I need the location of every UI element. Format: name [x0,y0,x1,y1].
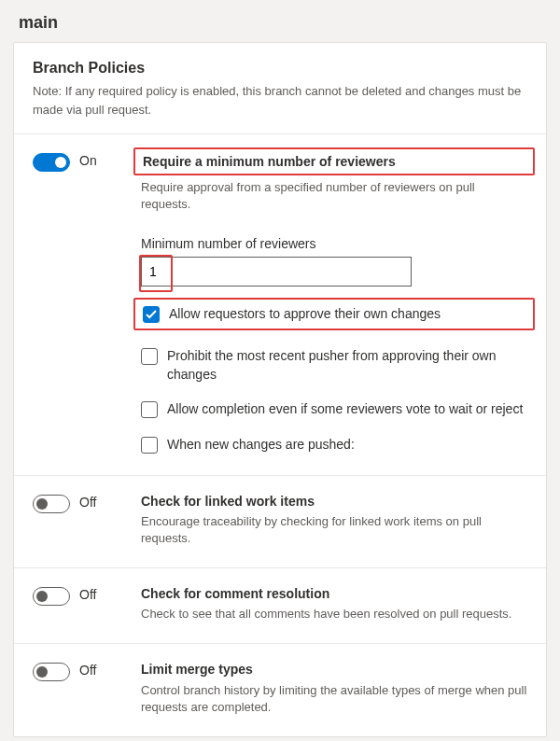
policy-desc: Require approval from a specified number… [141,179,527,213]
highlight-allow-self: Allow requestors to approve their own ch… [133,298,535,331]
toggle-label: Off [79,495,96,510]
policy-desc: Control branch history by limiting the a… [141,682,527,716]
checkbox-prohibit-pusher[interactable]: Prohibit the most recent pusher from app… [141,347,527,384]
policy-content: Check for linked work items Encourage tr… [141,493,527,548]
check-icon [143,306,160,323]
toggle-comment-resolution[interactable] [33,587,70,606]
page-title: main [19,13,547,33]
min-reviewers-input[interactable] [141,257,412,287]
policy-desc: Encourage traceability by checking for l… [141,513,527,547]
policy-comment-resolution: Off Check for comment resolution Check t… [14,568,546,644]
checkbox-new-changes[interactable]: When new changes are pushed: [141,436,527,454]
policy-title-linked-work-items: Check for linked work items [141,493,315,510]
branch-policies-card: Branch Policies Note: If any required po… [13,42,547,737]
toggle-col: On [33,151,126,454]
toggle-limit-merge[interactable] [33,663,70,681]
card-header: Branch Policies Note: If any required po… [14,43,546,134]
toggle-knob [55,157,66,168]
checkbox-label: Allow requestors to approve their own ch… [169,305,441,324]
policy-linked-work-items: Off Check for linked work items Encourag… [14,476,546,569]
policy-title-min-reviewers: Require a minimum number of reviewers [143,153,396,170]
checkbox-label: When new changes are pushed: [167,436,355,454]
policy-title-comment-resolution: Check for comment resolution [141,585,329,602]
section-title: Branch Policies [33,60,527,77]
toggle-label: Off [79,587,96,602]
section-note: Note: If any required policy is enabled,… [33,82,527,119]
policy-content: Limit merge types Control branch history… [141,661,527,716]
highlight-title: Require a minimum number of reviewers [133,147,535,175]
toggle-label: On [79,153,97,168]
policy-content: Check for comment resolution Check to se… [141,585,527,622]
toggle-knob [36,666,48,678]
toggle-knob [36,591,48,602]
checkbox-label: Allow completion even if some reviewers … [167,400,523,419]
toggle-linked-work-items[interactable] [33,495,70,513]
policy-limit-merge: Off Limit merge types Control branch his… [14,644,546,736]
toggle-knob [36,498,48,510]
checkbox-icon [141,437,158,454]
toggle-min-reviewers[interactable] [33,153,70,172]
field-label-min-reviewers: Minimum number of reviewers [141,236,527,251]
checkbox-icon [141,401,158,418]
checkbox-allow-self[interactable]: Allow requestors to approve their own ch… [143,305,525,324]
toggle-col: Off [33,585,126,622]
toggle-col: Off [33,493,126,548]
policy-content: Require a minimum number of reviewers Re… [141,151,527,454]
policy-title-limit-merge: Limit merge types [141,661,253,678]
toggle-col: Off [33,661,126,716]
min-reviewers-field: Minimum number of reviewers [141,236,527,287]
toggle-label: Off [79,663,96,678]
checkbox-allow-completion[interactable]: Allow completion even if some reviewers … [141,400,527,419]
checkbox-label: Prohibit the most recent pusher from app… [167,347,527,384]
checkbox-icon [141,348,158,365]
policy-min-reviewers: On Require a minimum number of reviewers… [14,134,546,476]
input-highlight [141,257,527,287]
policy-desc: Check to see that all comments have been… [141,606,527,622]
